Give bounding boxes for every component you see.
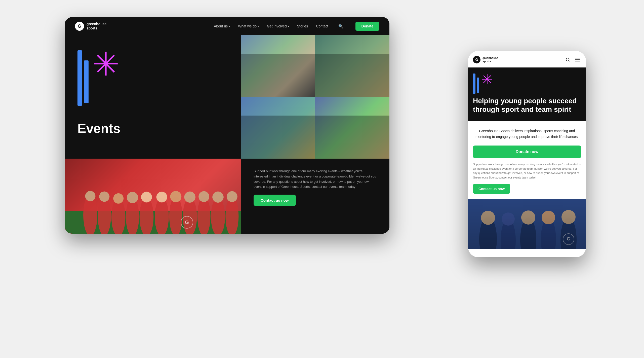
page-title: Events — [77, 121, 120, 136]
svg-point-7 — [127, 192, 138, 203]
nav-stories[interactable]: Stories — [297, 24, 308, 28]
svg-point-5 — [113, 193, 124, 204]
mobile-search-icon[interactable] — [564, 56, 572, 63]
mobile-contact-button[interactable]: Contact us now — [473, 184, 510, 194]
svg-point-18 — [211, 198, 225, 234]
svg-point-20 — [225, 197, 238, 234]
svg-point-19 — [212, 191, 224, 203]
svg-point-8 — [140, 198, 154, 234]
svg-point-9 — [141, 192, 152, 202]
tablet-body-text: Support our work through one of our many… — [254, 169, 377, 190]
svg-point-15 — [184, 191, 195, 203]
tablet-image-grid — [241, 35, 389, 159]
nav-contact[interactable]: Contact — [316, 24, 328, 28]
mobile-logo-letter: G — [475, 58, 478, 62]
mobile-blue-bar-short — [477, 78, 479, 93]
mobile-body-text: Support our work through one of our many… — [473, 162, 581, 180]
mobile-bottom-photo: G — [468, 199, 586, 249]
chevron-down-icon: ▾ — [229, 25, 230, 28]
logo-letter: G — [78, 24, 81, 28]
event-photo-3 — [241, 97, 315, 159]
mobile-navbar: G greenhouse sports — [468, 51, 586, 67]
mobile-logo-wordmark: greenhouse sports — [482, 56, 498, 63]
mobile-content-section: Greenhouse Sports delivers inspirational… — [468, 121, 586, 199]
tablet-text-area: Support our work through one of our many… — [241, 159, 389, 234]
nav-about[interactable]: About us ▾ — [214, 24, 230, 28]
mobile-device: G greenhouse sports — [468, 51, 586, 257]
mobile-headline: Helping young people succeed through spo… — [473, 97, 581, 114]
mobile-blue-bar-tall — [473, 74, 475, 94]
search-icon[interactable]: 🔍 — [338, 24, 343, 29]
mobile-brand-mark: ✳ — [473, 74, 581, 94]
tablet-logo[interactable]: G greenhouse sports — [75, 22, 106, 31]
tablet-navbar: G greenhouse sports About us ▾ What we d… — [65, 17, 389, 35]
tablet-team-photo: G — [65, 159, 259, 234]
svg-point-11 — [156, 192, 167, 202]
blue-bar-tall — [77, 50, 82, 106]
svg-point-22 — [566, 58, 569, 61]
greenhouse-logo-overlay: G — [181, 216, 193, 229]
mobile-donate-button[interactable]: Donate now — [473, 146, 581, 158]
team-silhouettes — [65, 159, 259, 234]
event-photo-2 — [315, 35, 389, 97]
svg-line-23 — [569, 60, 569, 61]
svg-point-17 — [198, 191, 209, 202]
mobile-menu-icon[interactable] — [574, 56, 581, 63]
team-svg — [65, 159, 259, 234]
svg-point-13 — [170, 191, 182, 202]
tablet-device: G greenhouse sports About us ▾ What we d… — [65, 17, 389, 234]
mobile-description: Greenhouse Sports delivers inspirational… — [473, 128, 581, 139]
mobile-logo[interactable]: G greenhouse sports — [473, 56, 562, 63]
contact-button[interactable]: Contact us now — [254, 195, 296, 206]
logo-wordmark: greenhouse sports — [87, 22, 106, 30]
nav-what-we-do[interactable]: What we do ▾ — [238, 24, 259, 28]
svg-point-10 — [155, 198, 169, 234]
event-photo-4 — [315, 97, 389, 159]
chevron-down-icon: ▾ — [258, 25, 259, 28]
pink-asterisk-icon: ✳ — [92, 50, 119, 78]
mobile-pink-asterisk-icon: ✳ — [481, 74, 493, 86]
svg-point-21 — [227, 191, 237, 202]
scene: G greenhouse sports About us ▾ What we d… — [0, 0, 644, 358]
nav-get-involved[interactable]: Get Involved ▾ — [267, 24, 289, 28]
mobile-logo-circle: G — [473, 56, 480, 63]
mobile-hero-section: ✳ Helping young people succeed through s… — [468, 67, 586, 121]
svg-point-16 — [197, 197, 211, 234]
blue-bar-short — [84, 60, 89, 103]
event-photo-1 — [241, 35, 315, 97]
brand-mark: ✳ — [77, 50, 119, 106]
logo-circle-icon: G — [75, 22, 84, 31]
svg-point-1 — [85, 191, 95, 201]
chevron-down-icon: ▾ — [288, 25, 289, 28]
svg-point-4 — [111, 198, 126, 234]
svg-point-3 — [99, 191, 109, 202]
tablet-nav-links: About us ▾ What we do ▾ Get Involved ▾ S… — [214, 22, 379, 31]
donate-button[interactable]: Donate — [355, 22, 379, 31]
